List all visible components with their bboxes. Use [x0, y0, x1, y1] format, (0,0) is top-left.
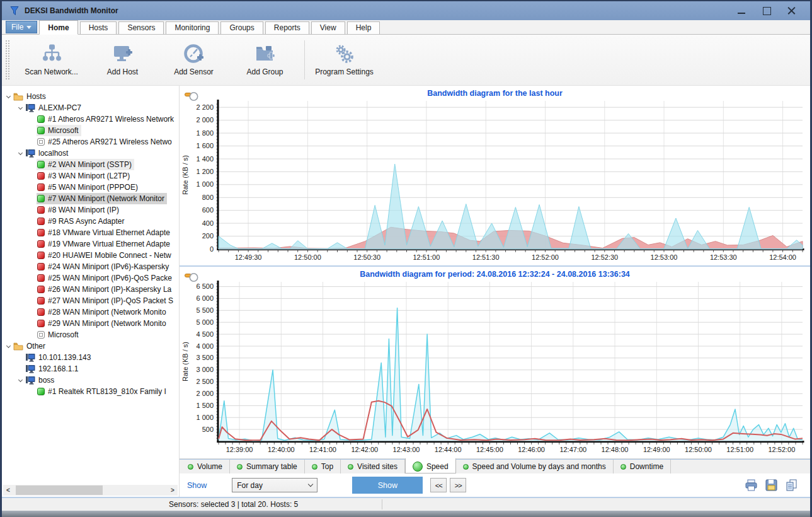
- sensor-status-red-icon: [37, 263, 45, 270]
- tree-item-20-huawei-mobile-connect-netw[interactable]: #20 HUAWEI Mobile Connect - Netw: [2, 250, 179, 261]
- show-button[interactable]: Show: [352, 477, 423, 494]
- tree-item-28-wan-miniport-network-monito[interactable]: #28 WAN Miniport (Network Monito: [2, 306, 179, 318]
- close-button[interactable]: [787, 7, 796, 15]
- tree-item-other[interactable]: Other: [2, 340, 179, 352]
- bottom-tab-summary-table[interactable]: Summary table: [230, 460, 305, 473]
- scroll-right-arrow[interactable]: >: [168, 485, 178, 496]
- bottom-tab-speed-and-volume-by-days-and-months[interactable]: Speed and Volume by days and months: [456, 460, 614, 473]
- period-select[interactable]: For day: [232, 478, 317, 492]
- window-bottom-frame: [2, 511, 810, 517]
- tree-item-19-vmware-virtual-ethernet-adapte[interactable]: #19 VMware Virtual Ethernet Adapte: [2, 238, 179, 250]
- tree-item-label: #26 WAN Miniport (IP)-Kaspersky La: [48, 285, 171, 294]
- sensor-status-off-icon: [37, 331, 45, 339]
- svg-text:12:54:00: 12:54:00: [769, 253, 796, 261]
- add-host-button[interactable]: Add Host: [87, 37, 158, 83]
- tab-reports[interactable]: Reports: [265, 21, 309, 34]
- expander-chevron-icon[interactable]: [6, 93, 11, 98]
- tree-item-localhost[interactable]: localhost: [2, 148, 179, 159]
- svg-text:12:51:00: 12:51:00: [413, 253, 440, 261]
- tab-hosts[interactable]: Hosts: [80, 21, 117, 34]
- tree-item-25-atheros-ar9271-wireless-netwo[interactable]: #25 Atheros AR9271 Wireless Netwo: [2, 136, 179, 148]
- svg-text:1 000: 1 000: [196, 180, 214, 188]
- sensor-status-red-icon: [37, 206, 45, 214]
- bottom-tab-speed[interactable]: Speed: [405, 458, 456, 473]
- tree-horizontal-scrollbar[interactable]: < >: [3, 485, 178, 496]
- minimize-button[interactable]: [737, 7, 746, 15]
- tree-item-9-ras-async-adapter[interactable]: #9 RAS Async Adapter: [2, 216, 179, 227]
- bottom-tab-label: Visited sites: [357, 462, 397, 471]
- tree-item-8-wan-miniport-ip[interactable]: #8 WAN Miniport (IP): [2, 204, 179, 216]
- tree-item-boss[interactable]: boss: [2, 375, 179, 386]
- copy-icon[interactable]: [785, 479, 799, 492]
- tree-item-label: #7 WAN Miniport (Network Monitor: [48, 194, 164, 203]
- tree-item-1-realtek-rtl8139-810x-family-i[interactable]: #1 Realtek RTL8139_810x Family I: [2, 386, 179, 397]
- bottom-tab-label: Volume: [197, 462, 222, 471]
- tree-item-3-wan-miniport-l2tp[interactable]: #3 WAN Miniport (L2TP): [2, 170, 179, 182]
- tree-item-hosts[interactable]: Hosts: [2, 91, 179, 102]
- svg-text:12:49:30: 12:49:30: [235, 253, 262, 261]
- maximize-button[interactable]: [762, 7, 771, 15]
- tab-view[interactable]: View: [311, 21, 345, 34]
- tree-item-label: #25 Atheros AR9271 Wireless Netwo: [48, 137, 172, 146]
- svg-text:12:42:00: 12:42:00: [351, 446, 378, 453]
- scan-network-button[interactable]: Scan Network...: [16, 37, 87, 83]
- titlebar[interactable]: DEKSI Bandwidth Monitor: [2, 1, 810, 20]
- tree-item-1-atheros-ar9271-wireless-network[interactable]: #1 Atheros AR9271 Wireless Network: [2, 113, 179, 125]
- expander-chevron-icon[interactable]: [18, 150, 23, 154]
- tab-sensors[interactable]: Sensors: [118, 21, 164, 34]
- sensor-status-red-icon: [37, 240, 45, 248]
- previous-period-button[interactable]: <<: [430, 478, 447, 492]
- svg-text:12:51:30: 12:51:30: [472, 253, 500, 261]
- program-settings-button[interactable]: Program Settings: [309, 37, 380, 83]
- tree-item-label: Microsoft: [48, 126, 79, 135]
- bottom-tab-volume[interactable]: Volume: [181, 460, 230, 473]
- add-group-button[interactable]: Add Group: [229, 37, 300, 83]
- add-sensor-button[interactable]: Add Sensor: [158, 37, 229, 83]
- expander-chevron-icon[interactable]: [18, 377, 23, 381]
- save-icon[interactable]: [765, 479, 779, 492]
- tree-item-alexm-pc7[interactable]: ALEXM-PC7: [2, 102, 179, 113]
- tab-help[interactable]: Help: [347, 21, 380, 34]
- tree-item-192-168-1-1[interactable]: 192.168.1.1: [2, 363, 179, 375]
- chart-last-hour-canvas[interactable]: 02004006008001 0001 2001 4001 6001 8002 …: [180, 98, 808, 264]
- tree-item-5-wan-miniport-pppoe[interactable]: #5 WAN Miniport (PPPOE): [2, 182, 179, 193]
- tab-groups[interactable]: Groups: [220, 21, 263, 34]
- sensor-status-red-icon: [37, 229, 45, 236]
- chart-last-hour-title: Bandwidth diagram for the last hour: [180, 86, 810, 98]
- green-status-dot-icon: [620, 464, 626, 470]
- scroll-thumb[interactable]: [16, 485, 103, 495]
- svg-text:3 000: 3 000: [196, 366, 214, 373]
- chart-last-hour-card: Bandwidth diagram for the last hour 0200…: [180, 86, 810, 267]
- expander-chevron-icon[interactable]: [6, 343, 11, 347]
- bottom-tab-visited-sites[interactable]: Visited sites: [341, 460, 405, 473]
- tree-item-29-wan-miniport-network-monito[interactable]: #29 WAN Miniport (Network Monito: [2, 318, 179, 329]
- tree-item-microsoft[interactable]: Microsoft: [2, 125, 179, 136]
- print-icon[interactable]: [745, 479, 758, 492]
- tree-item-10-101-139-143[interactable]: 10.101.139.143: [2, 352, 179, 363]
- scroll-left-arrow[interactable]: <: [3, 485, 13, 496]
- tab-home[interactable]: Home: [39, 20, 77, 35]
- tree-item-25-wan-miniport-ipv6-qos-packe[interactable]: #25 WAN Miniport (IPv6)-QoS Packe: [2, 272, 179, 284]
- expander-chevron-icon[interactable]: [18, 105, 23, 109]
- svg-text:12:50:30: 12:50:30: [353, 253, 380, 261]
- svg-text:12:44:00: 12:44:00: [435, 446, 462, 453]
- tree-item-24-wan-miniport-ipv6-kaspersky[interactable]: #24 WAN Miniport (IPv6)-Kaspersky: [2, 261, 179, 272]
- next-period-button[interactable]: >>: [450, 478, 466, 492]
- green-status-dot-icon: [348, 464, 353, 470]
- bottom-tab-top[interactable]: Top: [305, 460, 341, 473]
- tree-item-26-wan-miniport-ip-kaspersky-la[interactable]: #26 WAN Miniport (IP)-Kaspersky La: [2, 284, 179, 295]
- chart-period-canvas[interactable]: 5001 0001 5002 0002 5003 0003 5004 0004 …: [180, 279, 808, 456]
- tree-item-18-vmware-virtual-ethernet-adapte[interactable]: #18 VMware Virtual Ethernet Adapte: [2, 227, 179, 238]
- tree-item-27-wan-miniport-ip-qos-packet-s[interactable]: #27 WAN Miniport (IP)-QoS Packet S: [2, 295, 179, 306]
- svg-text:4 500: 4 500: [196, 330, 214, 338]
- chart-zoom-magnifier-icon[interactable]: [185, 270, 200, 283]
- svg-text:500: 500: [202, 426, 214, 433]
- tab-monitoring[interactable]: Monitoring: [166, 21, 219, 34]
- tree-item-7-wan-miniport-network-monitor[interactable]: #7 WAN Miniport (Network Monitor: [2, 193, 179, 204]
- toolbar-grip-handle[interactable]: [5, 40, 9, 80]
- chart-zoom-magnifier-icon[interactable]: [185, 90, 200, 102]
- tree-item-2-wan-miniport-sstp[interactable]: #2 WAN Miniport (SSTP): [2, 159, 179, 170]
- file-menu-button[interactable]: File: [6, 21, 37, 33]
- tree-item-microsoft[interactable]: Microsoft: [2, 329, 179, 340]
- bottom-tab-downtime[interactable]: Downtime: [614, 460, 671, 473]
